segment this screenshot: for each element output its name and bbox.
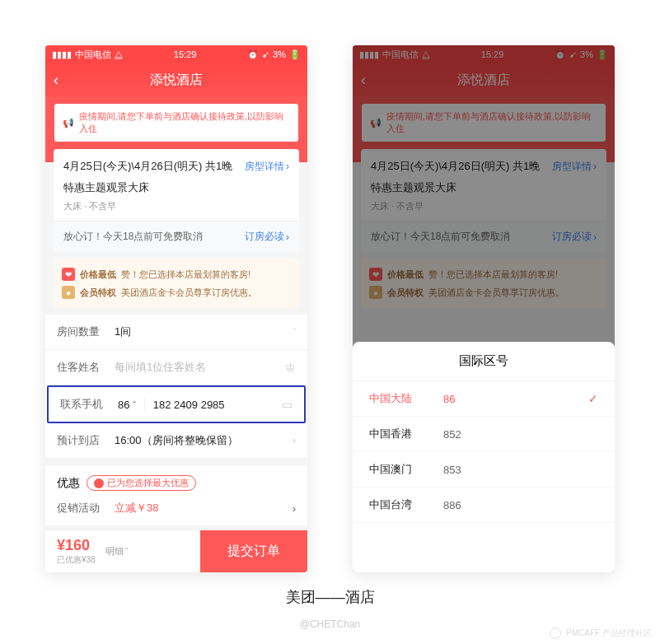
phone-right: ▮▮▮▮ 中国电信 ⧋ 15:29 ⏰ ➹ 3% 🔋 ‹ 添悦酒店 📢 疫情期间… <box>353 45 615 572</box>
field-label: 预计到店 <box>57 433 115 448</box>
country-name: 中国澳门 <box>369 462 443 477</box>
country-code-sheet: 国际区号 中国大陆 86 ✓ 中国香港 852 中国澳门 853 中国台湾 88… <box>353 342 615 572</box>
chevron-up-icon: ˆ <box>125 547 129 557</box>
cancel-policy: 放心订！今天18点前可免费取消 <box>63 230 203 244</box>
covid-notice: 📢 疫情期间,请您下单前与酒店确认接待政策,以防影响入住 <box>54 103 299 142</box>
price-box: ¥160 已优惠¥38 明细 ˆ <box>45 530 200 572</box>
promo-value: 立减￥38 <box>115 501 293 516</box>
price-detail-link[interactable]: 明细 ˆ <box>105 545 129 558</box>
caption: 美团——酒店 <box>0 587 660 607</box>
signal-icon: ▮▮▮▮ <box>52 49 72 60</box>
carrier-label: 中国电信 <box>75 49 111 61</box>
discount-section: 优惠 已为您选择最大优惠 促销活动 立减￥38 › <box>45 465 307 525</box>
alarm-icon: ⏰ <box>247 49 259 60</box>
booking-card: 4月25日(今天)\4月26日(明天) 共1晚 房型详情 特惠主题观景大床 大床… <box>54 149 299 252</box>
sheet-title: 国际区号 <box>353 342 615 381</box>
statusbar: ▮▮▮▮ 中国电信 ⧋ 15:29 ⏰ ➹ 3% 🔋 <box>45 45 307 63</box>
navbar: ‹ 添悦酒店 <box>45 63 307 96</box>
country-code: 852 <box>443 428 598 441</box>
country-option-mo[interactable]: 中国澳门 853 <box>353 452 615 488</box>
phone-row[interactable]: 联系手机 86 182 2409 2985 ▭ <box>47 385 306 423</box>
country-option-cn[interactable]: 中国大陆 86 ✓ <box>353 381 615 417</box>
battery-pct: 3% <box>273 49 286 59</box>
country-name: 中国香港 <box>369 427 443 441</box>
phone-left: ▮▮▮▮ 中国电信 ⧋ 15:29 ⏰ ➹ 3% 🔋 ‹ 添悦酒店 📢 疫情期间… <box>45 45 307 572</box>
back-button[interactable]: ‹ <box>54 72 59 89</box>
battery-icon: 🔋 <box>289 49 301 60</box>
contacts-icon[interactable]: ▭ <box>282 398 293 411</box>
arrival-value: 16:00（房间将整晚保留） <box>115 433 293 448</box>
check-icon: ✓ <box>588 392 598 405</box>
phone-input[interactable]: 182 2409 2985 <box>153 399 282 411</box>
perk-tag: 价格最低 <box>80 268 116 281</box>
room-name: 特惠主题观景大床 <box>54 177 299 198</box>
perk-text: 赞！您已选择本店最划算的客房! <box>121 268 250 281</box>
perk-tag: 会员特权 <box>80 287 116 299</box>
country-code: 86 <box>443 393 588 405</box>
perk-member: ● 会员特权 美团酒店金卡会员尊享订房优惠。 <box>62 283 291 301</box>
megaphone-icon: 📢 <box>63 118 74 128</box>
guest-name-row[interactable]: 住客姓名 每间填1位住客姓名 ♔ <box>45 350 307 385</box>
guest-form: 房间数量 1间 住客姓名 每间填1位住客姓名 ♔ 联系手机 86 182 240… <box>45 315 307 459</box>
total-price: ¥160 <box>57 537 96 554</box>
watermark-text: PMCAFF 产品经理社区 <box>566 628 652 639</box>
chevron-right-icon: › <box>293 435 296 446</box>
wifi-icon: ⧋ <box>115 49 123 60</box>
saved-amount: 已优惠¥38 <box>57 554 96 566</box>
content: 📢 疫情期间,请您下单前与酒店确认接待政策,以防影响入住 4月25日(今天)\4… <box>45 96 307 572</box>
submit-button[interactable]: 提交订单 <box>200 530 307 572</box>
watermark: PMCAFF 产品经理社区 <box>550 628 652 639</box>
chevron-right-icon: › <box>293 502 296 515</box>
perk-lowest-price: ❤ 价格最低 赞！您已选择本店最划算的客房! <box>62 265 291 283</box>
arrival-row[interactable]: 预计到店 16:00（房间将整晚保留） › <box>45 423 307 459</box>
country-name: 中国台湾 <box>369 497 443 512</box>
promo-label: 促销活动 <box>57 501 115 516</box>
date-range: 4月25日(今天)\4月26日(明天) 共1晚 <box>63 159 232 174</box>
chevron-down-icon <box>133 399 135 411</box>
heart-icon: ❤ <box>62 268 75 281</box>
clock: 15:29 <box>174 49 197 59</box>
guest-name-input[interactable]: 每间填1位住客姓名 <box>115 360 285 375</box>
bottom-bar: ¥160 已优惠¥38 明细 ˆ 提交订单 <box>45 530 307 572</box>
country-option-hk[interactable]: 中国香港 852 <box>353 417 615 452</box>
watermark-icon <box>550 628 561 639</box>
discount-badge: 已为您选择最大优惠 <box>87 475 196 491</box>
field-label: 联系手机 <box>60 397 118 412</box>
discount-title: 优惠 <box>57 476 80 491</box>
country-code-value: 86 <box>118 399 129 411</box>
chevron-down-icon <box>293 326 296 338</box>
perk-text: 美团酒店金卡会员尊享订房优惠。 <box>121 287 257 299</box>
country-code-select[interactable]: 86 <box>118 399 145 411</box>
room-sub: 大床 · 不含早 <box>54 198 299 221</box>
perks: ❤ 价格最低 赞！您已选择本店最划算的客房! ● 会员特权 美团酒店金卡会员尊享… <box>54 259 299 308</box>
country-code: 886 <box>443 499 598 511</box>
policy-link[interactable]: 订房必读 <box>245 230 289 244</box>
gold-icon: ● <box>62 286 75 299</box>
page-title: 添悦酒店 <box>45 72 307 89</box>
country-code: 853 <box>443 464 598 476</box>
room-count-row[interactable]: 房间数量 1间 <box>45 315 307 350</box>
room-count-value: 1间 <box>115 324 293 339</box>
room-type-link[interactable]: 房型详情 <box>245 160 289 174</box>
country-option-tw[interactable]: 中国台湾 886 <box>353 488 615 523</box>
field-label: 住客姓名 <box>57 360 115 375</box>
field-label: 房间数量 <box>57 324 115 339</box>
notice-text: 疫情期间,请您下单前与酒店确认接待政策,以防影响入住 <box>79 110 290 135</box>
country-name: 中国大陆 <box>369 391 443 406</box>
promo-row[interactable]: 促销活动 立减￥38 › <box>57 491 296 516</box>
location-icon: ➹ <box>262 49 269 60</box>
person-icon[interactable]: ♔ <box>285 361 296 374</box>
